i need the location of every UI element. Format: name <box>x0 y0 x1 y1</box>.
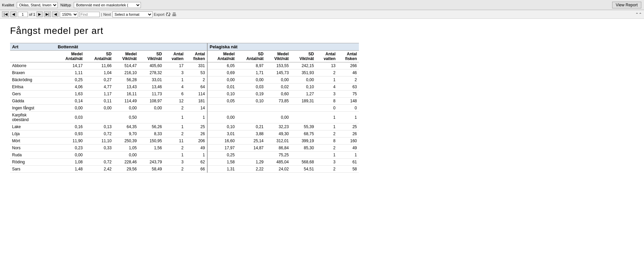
p-antal-vatten-cell: 1 <box>316 123 337 130</box>
b-sd-antal-cell: 0,27 <box>85 76 113 84</box>
art-cell: Bäckröding <box>10 76 56 84</box>
b-antal-fisken-cell: 64 <box>185 84 207 91</box>
zoom-select[interactable]: 150% 50% 75% 100% 125% 200% <box>60 11 78 17</box>
b-medel-vikt-cell: 13,43 <box>114 84 139 91</box>
b-antal-fisken-cell: 25 <box>185 123 207 130</box>
nattyp-label: Nättyp <box>60 3 71 7</box>
b-medel-antal-cell: 0,93 <box>56 130 85 138</box>
b-antal-fisken-cell: 26 <box>185 130 207 138</box>
p-antal-fisken-cell: 266 <box>337 62 359 69</box>
prev-page-button[interactable]: ◀ <box>10 11 16 17</box>
b-medel-vikt-cell: 0,50 <box>114 112 139 123</box>
b-sd-vikt-cell: 58,49 <box>139 166 164 173</box>
first-page-button[interactable]: |◀ <box>2 11 9 17</box>
p-antal-fisken-cell: 0 <box>337 105 359 112</box>
b-sd-vikt-cell: 13,46 <box>139 84 164 91</box>
p-sd-vikt-cell: 54,51 <box>291 166 316 173</box>
art-cell: Gädda <box>10 98 56 105</box>
b-sd-vikt-header: SDVikt/nät <box>139 51 164 62</box>
art-cell: Gers <box>10 91 56 98</box>
p-medel-antal-cell: 1,31 <box>207 166 237 173</box>
p-sd-antal-cell: 0,03 <box>237 84 266 91</box>
p-sd-vikt-cell: 568,68 <box>291 159 316 166</box>
art-cell: Löja <box>10 130 56 138</box>
p-sd-vikt-cell: 68,75 <box>291 130 316 138</box>
table-row: Bäckröding 0,25 0,27 56,28 33,01 1 2 0,0… <box>10 76 359 84</box>
b-sd-antal-cell <box>85 152 113 159</box>
b-medel-vikt-cell: 29,56 <box>114 166 139 173</box>
find-next-button[interactable]: Next <box>103 12 111 16</box>
p-antal-fisken-cell: 1 <box>337 112 359 123</box>
b-antal-fisken-cell: 53 <box>185 69 207 76</box>
p-sd-antal-cell: 3,88 <box>237 130 266 138</box>
p-medel-antal-cell: 0,25 <box>207 152 237 159</box>
page-total: of 1 <box>29 12 35 16</box>
b-sd-vikt-cell: 11,73 <box>139 91 164 98</box>
back-button[interactable]: ◀ <box>52 11 58 17</box>
format-select[interactable]: Select a format PDF Excel Word CSV <box>112 11 153 17</box>
p-sd-antal-cell: 0,00 <box>237 76 266 84</box>
p-sd-antal-cell: 2,22 <box>237 166 266 173</box>
p-antal-fisken-cell: 61 <box>337 159 359 166</box>
p-antal-fisken-cell: 58 <box>337 166 359 173</box>
p-antal-vatten-cell: 8 <box>316 138 337 145</box>
table-row: Löja 0,93 0,72 9,70 8,33 2 26 3,01 3,88 … <box>10 130 359 138</box>
b-sd-antal-cell: 0,33 <box>85 145 113 152</box>
p-medel-vikt-cell: 32,23 <box>266 123 291 130</box>
b-antal-vatten-cell: 17 <box>164 62 185 69</box>
view-report-button[interactable]: View Report <box>612 2 641 8</box>
b-medel-vikt-cell: 0,00 <box>114 152 139 159</box>
b-antal-vatten-cell: 11 <box>164 138 185 145</box>
b-sd-antal-header: SDAntal/nät <box>85 51 113 62</box>
b-antal-vatten-cell: 2 <box>164 130 185 138</box>
print-icon[interactable]: 🖶 <box>172 12 176 17</box>
p-antal-fisken-cell: 1 <box>337 152 359 159</box>
p-sd-antal-cell <box>237 105 266 112</box>
export-button[interactable]: Export <box>154 12 165 16</box>
b-sd-vikt-cell: 1,56 <box>139 145 164 152</box>
b-antal-vatten-cell: 6 <box>164 91 185 98</box>
kvalitet-select[interactable]: Oklas, Stand, Inven <box>17 2 58 8</box>
table-row: Ingen fångst 0,00 0,00 0,00 0,00 2 14 0 … <box>10 105 359 112</box>
p-antal-vatten-cell: 2 <box>316 69 337 76</box>
b-sd-vikt-cell: 150,95 <box>139 138 164 145</box>
page-number-input[interactable] <box>18 12 28 17</box>
report-title: Fångst medel per art <box>10 25 634 36</box>
table-body: Abborre 14,17 11,66 514,47 405,60 17 331… <box>10 62 359 173</box>
p-antal-vatten-cell: 1 <box>316 152 337 159</box>
p-medel-vikt-cell: 145,73 <box>266 69 291 76</box>
last-page-button[interactable]: ▶| <box>44 11 51 17</box>
p-sd-vikt-cell <box>291 112 316 123</box>
p-antal-vatten-cell: 1 <box>316 76 337 84</box>
p-medel-antal-cell: 0,00 <box>207 76 237 84</box>
b-sd-antal-cell: 0,11 <box>85 98 113 105</box>
p-medel-vikt-cell: 0,02 <box>266 84 291 91</box>
b-medel-vikt-cell: 16,11 <box>114 91 139 98</box>
p-medel-antal-cell: 0,69 <box>207 69 237 76</box>
p-sd-antal-cell: 14,87 <box>237 145 266 152</box>
b-antal-fisken-cell: 2 <box>185 76 207 84</box>
find-input[interactable] <box>79 12 100 17</box>
b-sd-vikt-cell: 0,00 <box>139 105 164 112</box>
collapse-button[interactable]: ⌃⌃ <box>635 12 642 17</box>
col-header-row: MedelAntal/nät SDAntal/nät MedelVikt/nät… <box>10 51 359 62</box>
next-page-button[interactable]: ▶ <box>37 11 43 17</box>
b-medel-antal-cell: 0,23 <box>56 145 85 152</box>
b-sd-vikt-cell: 56,26 <box>139 123 164 130</box>
p-medel-antal-cell: 6,05 <box>207 62 237 69</box>
nattyp-select[interactable]: Bottennät med en maskstorlek ( <box>74 2 141 8</box>
art-cell: Karpfiskobeständ <box>10 112 56 123</box>
refresh-icon[interactable]: 🗘 <box>166 12 170 17</box>
art-cell: Ingen fångst <box>10 105 56 112</box>
p-medel-vikt-cell: 485,04 <box>266 159 291 166</box>
p-sd-vikt-cell: 55,39 <box>291 123 316 130</box>
p-sd-antal-cell: 0,21 <box>237 123 266 130</box>
b-antal-fisken-cell: 66 <box>185 166 207 173</box>
p-antal-fisken-cell: 26 <box>337 130 359 138</box>
p-sd-vikt-cell: 85,30 <box>291 145 316 152</box>
b-antal-fisken-cell: 1 <box>185 152 207 159</box>
b-antal-vatten-cell: 3 <box>164 159 185 166</box>
p-antal-fisken-cell: 63 <box>337 84 359 91</box>
b-medel-antal-cell: 0,00 <box>56 105 85 112</box>
p-antal-vatten-cell: 4 <box>316 84 337 91</box>
